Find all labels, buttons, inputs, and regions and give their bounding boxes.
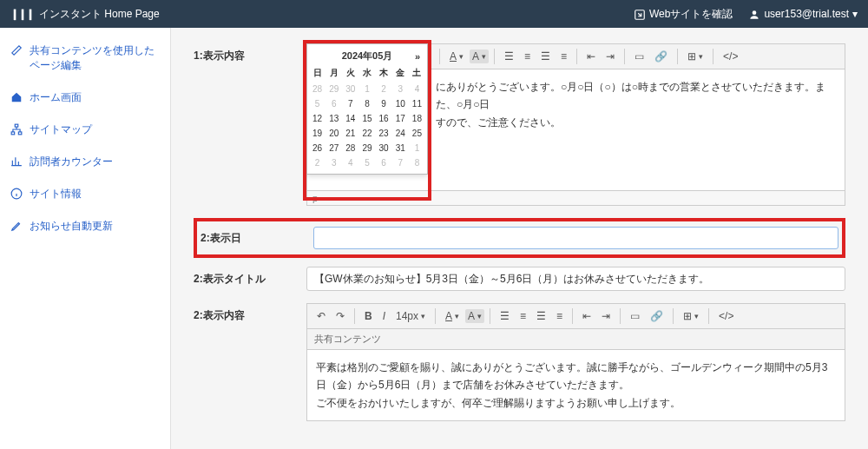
calendar-day[interactable]: 5 <box>358 155 375 170</box>
align-justify-button[interactable]: ≡ <box>556 48 571 65</box>
link-button-2[interactable]: 🔗 <box>646 307 667 325</box>
calendar-day[interactable]: 10 <box>392 96 409 111</box>
sidebar-item-site-info[interactable]: サイト情報 <box>0 178 170 210</box>
sidebar-item-label: 訪問者カウンター <box>30 155 113 169</box>
align-left-button-2[interactable]: ☰ <box>496 307 514 325</box>
calendar-day[interactable]: 15 <box>358 111 375 126</box>
info-icon <box>10 188 23 200</box>
calendar-day[interactable]: 3 <box>326 155 342 170</box>
field-row-date2-highlight: 2:表示日 <box>194 218 845 258</box>
outdent-button[interactable]: ⇤ <box>582 48 600 65</box>
calendar-day[interactable]: 21 <box>342 126 358 141</box>
sidebar-item-sitemap[interactable]: サイトマップ <box>0 114 170 146</box>
align-center-button[interactable]: ≡ <box>520 48 535 65</box>
calendar-day[interactable]: 18 <box>409 111 425 126</box>
indent-button-2[interactable]: ⇥ <box>597 307 615 325</box>
sidebar-item-label: サイト情報 <box>30 187 82 201</box>
calendar-day[interactable]: 24 <box>392 126 409 141</box>
calendar-day[interactable]: 27 <box>326 141 342 155</box>
calendar-day[interactable]: 28 <box>309 82 326 96</box>
calendar-day[interactable]: 13 <box>326 111 342 126</box>
align-justify-button-2[interactable]: ≡ <box>552 307 567 325</box>
calendar-day[interactable]: 11 <box>409 96 425 111</box>
date2-input[interactable] <box>313 227 838 249</box>
link-button[interactable]: 🔗 <box>650 48 672 65</box>
calendar-day[interactable]: 8 <box>358 96 375 111</box>
app-header: ❙❙❙ インスタント Home Page Webサイトを確認 user153@t… <box>0 0 868 28</box>
bg-color-button[interactable]: A <box>470 50 489 63</box>
undo-button[interactable]: ↶ <box>312 307 330 325</box>
calendar-day[interactable]: 5 <box>309 96 326 111</box>
image-button-2[interactable]: ▭ <box>626 307 644 325</box>
calendar-day[interactable]: 2 <box>309 155 326 170</box>
calendar-day[interactable]: 6 <box>326 96 342 111</box>
calendar-day[interactable]: 4 <box>342 155 358 170</box>
sidebar-item-auto-update[interactable]: お知らせ自動更新 <box>0 210 170 242</box>
code-button-2[interactable]: </> <box>714 307 738 325</box>
calendar-day[interactable]: 7 <box>392 155 409 170</box>
sidebar-item-counter[interactable]: 訪問者カウンター <box>0 146 170 178</box>
calendar-weekday: 金 <box>392 64 409 82</box>
calendar-day[interactable]: 6 <box>376 155 392 170</box>
calendar-day[interactable]: 29 <box>358 141 375 155</box>
image-button[interactable]: ▭ <box>630 48 648 65</box>
italic-button[interactable]: I <box>378 307 390 325</box>
main-content: 1:表示内容 2024年05月 » 日月火水木金土 28293012345678… <box>171 28 868 449</box>
calendar-day[interactable]: 12 <box>309 111 326 126</box>
align-right-button[interactable]: ☰ <box>536 48 555 65</box>
calendar-day[interactable]: 1 <box>409 141 425 155</box>
svg-rect-4 <box>18 132 22 135</box>
align-right-button-2[interactable]: ☰ <box>532 307 550 325</box>
font-color-button[interactable]: A <box>445 48 468 65</box>
calendar-day[interactable]: 20 <box>326 126 342 141</box>
date-picker[interactable]: 2024年05月 » 日月火水木金土 282930123456789101112… <box>306 43 428 175</box>
calendar-day[interactable]: 28 <box>342 141 358 155</box>
user-icon <box>748 9 760 21</box>
align-left-button[interactable]: ☰ <box>500 48 518 65</box>
align-center-button-2[interactable]: ≡ <box>516 307 530 325</box>
calendar-day[interactable]: 2 <box>376 82 392 96</box>
sidebar-item-shared-content-edit[interactable]: 共有コンテンツを使用したページ編集 <box>0 35 170 82</box>
calendar-day[interactable]: 9 <box>376 96 392 111</box>
calendar-day[interactable]: 3 <box>392 82 409 96</box>
outdent-button-2[interactable]: ⇤ <box>578 307 595 325</box>
calendar-day[interactable]: 23 <box>376 126 392 141</box>
calendar-day[interactable]: 4 <box>409 82 425 96</box>
code-button[interactable]: </> <box>719 48 742 65</box>
table-button-2[interactable]: ⊞ <box>679 307 703 325</box>
editor-content-2[interactable]: 平素は格別のご愛顧を賜り、誠にありがとうございます。誠に勝手ながら、ゴールデンウ… <box>306 350 845 421</box>
calendar-day[interactable]: 30 <box>376 141 392 155</box>
calendar-weekday: 火 <box>342 64 358 82</box>
calendar-day[interactable]: 8 <box>409 155 425 170</box>
calendar-day[interactable]: 1 <box>358 82 375 96</box>
check-website-label: Webサイトを確認 <box>649 7 733 22</box>
calendar-day[interactable]: 19 <box>309 126 326 141</box>
indent-button[interactable]: ⇥ <box>602 48 619 65</box>
calendar-next-icon[interactable]: » <box>415 51 420 62</box>
user-menu[interactable]: user153@trial.test ▾ <box>748 8 858 21</box>
sidebar-item-home[interactable]: ホーム画面 <box>0 82 170 114</box>
calendar-day[interactable]: 16 <box>376 111 392 126</box>
table-button[interactable]: ⊞ <box>683 48 707 65</box>
calendar-day[interactable]: 22 <box>358 126 375 141</box>
calendar-day[interactable]: 14 <box>342 111 358 126</box>
check-website-link[interactable]: Webサイトを確認 <box>634 7 733 22</box>
calendar-day[interactable]: 25 <box>409 126 425 141</box>
bold-button[interactable]: B <box>360 307 377 325</box>
edit-icon <box>10 44 23 56</box>
title2-input[interactable] <box>306 267 845 291</box>
user-label: user153@trial.test <box>764 8 849 20</box>
bg-color-button-2[interactable]: A <box>465 309 484 323</box>
calendar-day[interactable]: 26 <box>309 141 326 155</box>
brand-text: インスタント Home Page <box>39 7 160 22</box>
font-size-select[interactable]: 14px <box>391 307 430 325</box>
calendar-day[interactable]: 29 <box>326 82 342 96</box>
redo-button[interactable]: ↷ <box>332 307 349 325</box>
calendar-day[interactable]: 7 <box>342 96 358 111</box>
font-color-button-2[interactable]: A <box>441 307 464 325</box>
calendar-day[interactable]: 17 <box>392 111 409 126</box>
calendar-weekday: 日 <box>309 64 326 82</box>
calendar-day[interactable]: 31 <box>392 141 409 155</box>
calendar-day[interactable]: 30 <box>342 82 358 96</box>
sidebar-item-label: ホーム画面 <box>30 90 82 105</box>
